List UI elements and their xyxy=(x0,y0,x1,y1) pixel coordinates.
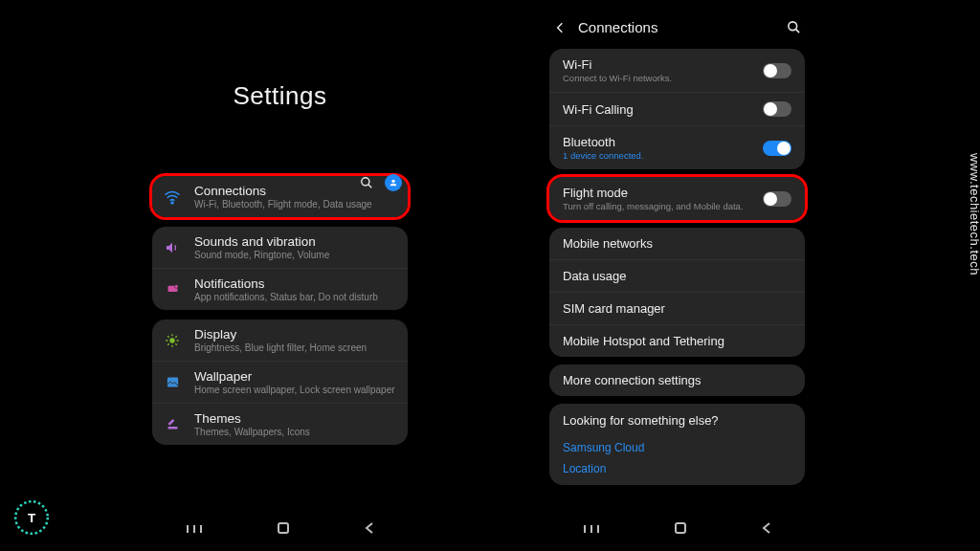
row-subtitle: Sound mode, Ringtone, Volume xyxy=(194,250,396,260)
row-more-settings[interactable]: More connection settings xyxy=(549,364,805,396)
svg-text:T: T xyxy=(28,511,36,525)
page-title: Settings xyxy=(148,81,412,111)
svg-line-13 xyxy=(167,343,168,344)
settings-screen: Settings Connections Wi-Fi, Bluetooth, F… xyxy=(148,10,412,545)
svg-point-2 xyxy=(391,180,394,183)
row-wifi-calling[interactable]: Wi-Fi Calling xyxy=(549,92,805,125)
flight-mode-toggle[interactable] xyxy=(763,191,791,207)
svg-rect-15 xyxy=(167,378,177,387)
back-button[interactable] xyxy=(364,521,375,539)
row-title: Themes xyxy=(194,411,396,426)
link-location[interactable]: Location xyxy=(549,458,805,479)
row-subtitle: Wi-Fi, Bluetooth, Flight mode, Data usag… xyxy=(194,199,396,209)
row-subtitle: Connect to Wi-Fi networks. xyxy=(563,73,763,83)
settings-row-sounds[interactable]: Sounds and vibration Sound mode, Rington… xyxy=(152,227,408,268)
svg-rect-20 xyxy=(278,523,288,533)
row-flight-mode[interactable]: Flight mode Turn off calling, messaging,… xyxy=(549,177,805,220)
svg-rect-26 xyxy=(676,523,685,533)
bell-icon xyxy=(164,281,181,298)
row-title: Flight mode xyxy=(563,186,763,200)
settings-group-display: Display Brightness, Blue light filter, H… xyxy=(152,320,408,445)
wifi-icon xyxy=(164,188,181,206)
svg-line-1 xyxy=(368,185,372,188)
row-subtitle: Turn off calling, messaging, and Mobile … xyxy=(563,201,763,211)
settings-row-notifications[interactable]: Notifications App notifications, Status … xyxy=(152,268,408,310)
display-icon xyxy=(164,332,181,349)
row-subtitle: App notifications, Status bar, Do not di… xyxy=(194,292,396,302)
profile-avatar[interactable] xyxy=(385,174,402,191)
row-title: SIM card manager xyxy=(563,301,791,316)
site-logo: T xyxy=(11,497,52,538)
wifi-toggle[interactable] xyxy=(763,63,791,78)
looking-header: Looking for something else? xyxy=(549,404,805,437)
row-data-usage[interactable]: Data usage xyxy=(549,259,805,292)
back-button[interactable] xyxy=(761,521,772,539)
row-title: Data usage xyxy=(563,269,791,283)
row-title: Wi-Fi xyxy=(563,57,763,72)
connections-group-network: Mobile networks Data usage SIM card mana… xyxy=(549,228,805,357)
row-wifi[interactable]: Wi-Fi Connect to Wi-Fi networks. xyxy=(549,49,805,92)
connections-group-more: More connection settings xyxy=(549,364,805,396)
row-subtitle: Themes, Wallpapers, Icons xyxy=(194,427,396,437)
row-title: Bluetooth xyxy=(563,135,763,149)
connections-group-flight: Flight mode Turn off calling, messaging,… xyxy=(549,177,805,220)
svg-point-6 xyxy=(169,338,174,342)
row-subtitle: Home screen wallpaper, Lock screen wallp… xyxy=(194,385,396,395)
connections-screen: Connections Wi-Fi Connect to Wi-Fi netwo… xyxy=(546,10,809,545)
settings-group-sound-notifications: Sounds and vibration Sound mode, Rington… xyxy=(152,227,408,310)
home-button[interactable] xyxy=(674,521,687,539)
android-navbar xyxy=(546,517,809,543)
search-icon[interactable] xyxy=(360,176,373,189)
row-bluetooth[interactable]: Bluetooth 1 device connected. xyxy=(549,125,805,169)
row-subtitle: 1 device connected. xyxy=(563,150,763,161)
svg-line-14 xyxy=(175,336,176,337)
svg-rect-16 xyxy=(167,427,177,430)
recents-button[interactable] xyxy=(583,521,600,539)
link-samsung-cloud[interactable]: Samsung Cloud xyxy=(549,437,805,458)
row-mobile-networks[interactable]: Mobile networks xyxy=(549,228,805,259)
themes-icon xyxy=(164,416,181,433)
settings-row-display[interactable]: Display Brightness, Blue light filter, H… xyxy=(152,320,408,361)
svg-point-21 xyxy=(789,22,797,31)
settings-row-wallpaper[interactable]: Wallpaper Home screen wallpaper, Lock sc… xyxy=(152,361,408,403)
svg-line-12 xyxy=(175,343,176,344)
svg-point-0 xyxy=(362,178,369,186)
search-icon[interactable] xyxy=(787,20,801,34)
row-title: Mobile Hotspot and Tethering xyxy=(563,334,791,348)
row-title: Notifications xyxy=(194,276,396,291)
settings-row-themes[interactable]: Themes Themes, Wallpapers, Icons xyxy=(152,403,408,445)
row-sim-manager[interactable]: SIM card manager xyxy=(549,292,805,324)
row-subtitle: Brightness, Blue light filter, Home scre… xyxy=(194,342,396,353)
svg-point-5 xyxy=(174,285,178,289)
page-title: Connections xyxy=(578,19,657,35)
row-title: Display xyxy=(194,327,396,342)
row-title: Sounds and vibration xyxy=(194,234,396,249)
row-hotspot[interactable]: Mobile Hotspot and Tethering xyxy=(549,324,805,357)
row-title: Wallpaper xyxy=(194,369,396,384)
connections-group-looking: Looking for something else? Samsung Clou… xyxy=(549,404,805,485)
row-title: More connection settings xyxy=(563,373,791,387)
svg-line-22 xyxy=(795,29,799,33)
back-icon[interactable] xyxy=(553,21,567,34)
sound-icon xyxy=(164,239,181,256)
bluetooth-toggle[interactable] xyxy=(763,141,791,156)
wallpaper-icon xyxy=(164,374,181,391)
android-navbar xyxy=(148,517,412,543)
recents-button[interactable] xyxy=(186,521,203,539)
row-title: Mobile networks xyxy=(563,236,791,251)
row-title: Wi-Fi Calling xyxy=(563,102,763,117)
wifi-calling-toggle[interactable] xyxy=(763,101,791,117)
svg-line-11 xyxy=(167,336,168,337)
watermark-text: www.techietech.tech xyxy=(968,153,981,276)
svg-point-3 xyxy=(171,202,173,204)
connections-group-wireless: Wi-Fi Connect to Wi-Fi networks. Wi-Fi C… xyxy=(549,49,805,169)
home-button[interactable] xyxy=(277,521,290,539)
